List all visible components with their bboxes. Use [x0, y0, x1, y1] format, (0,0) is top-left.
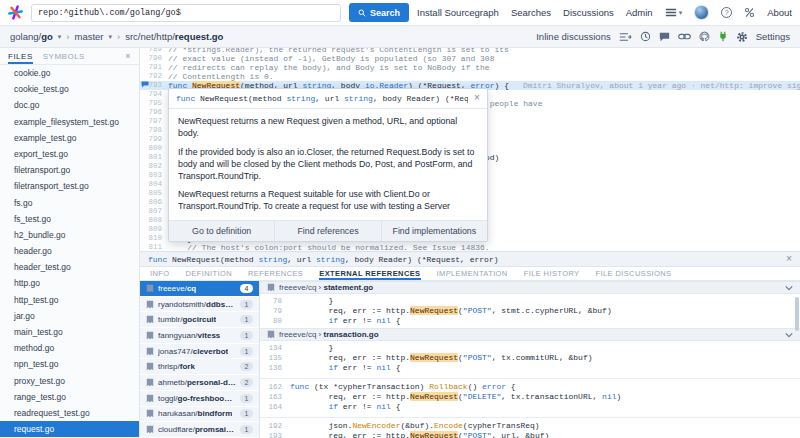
history-icon[interactable] — [640, 31, 651, 42]
repo-list-item[interactable]: thrisp/fork2 — [140, 359, 259, 375]
file-item[interactable]: h2_bundle.go — [0, 227, 139, 243]
plug-icon[interactable] — [718, 31, 728, 42]
help-icon[interactable]: ? — [721, 7, 732, 18]
nav-link-discussions[interactable]: Discussions — [563, 7, 614, 18]
file-item[interactable]: fs.go — [0, 195, 139, 211]
search-button[interactable]: Search — [349, 3, 409, 22]
panel-close-icon[interactable]: × — [786, 254, 792, 265]
file-item[interactable]: proxy_test.go — [0, 373, 139, 389]
scrollbar-thumb[interactable] — [795, 297, 799, 331]
line-number[interactable]: 794 — [140, 90, 168, 99]
shortcuts-icon[interactable] — [744, 7, 755, 18]
file-item[interactable]: http.go — [0, 275, 139, 291]
line-number[interactable]: 792 — [140, 72, 168, 81]
line-number[interactable]: 797 — [140, 117, 168, 126]
github-icon[interactable] — [699, 31, 710, 42]
reference-line[interactable]: 135 req, err := http.NewRequest("POST", … — [260, 353, 800, 363]
line-number[interactable]: 804 — [140, 180, 168, 189]
comment-bubble-icon[interactable] — [141, 81, 149, 88]
code-line[interactable]: 811 // The host's colon:port should be n… — [140, 243, 800, 251]
settings-label[interactable]: Settings — [756, 31, 790, 42]
file-item[interactable]: range_test.go — [0, 389, 139, 405]
tab-file-discussions[interactable]: FILE DISCUSSIONS — [595, 267, 671, 280]
reference-line[interactable]: 78 } — [260, 296, 800, 306]
reference-line[interactable]: 163 req, err := http.NewRequest("DELETE"… — [260, 392, 800, 402]
line-number[interactable]: 78 — [260, 296, 290, 306]
reference-line[interactable]: 162func (tx *cypherTransaction) Rollback… — [260, 382, 800, 392]
comment-icon[interactable] — [659, 32, 670, 42]
repo-list-item[interactable]: tumblr/gocircuit1 — [140, 312, 259, 328]
line-number[interactable]: 135 — [260, 353, 290, 363]
tab-references[interactable]: REFERENCES — [248, 267, 303, 280]
gear-icon[interactable] — [736, 31, 748, 43]
breadcrumb-rev[interactable]: master — [74, 31, 103, 42]
find-implementations-button[interactable]: Find implementations — [381, 221, 487, 241]
repo-list-item[interactable]: freeeve/cq4 — [140, 281, 259, 297]
reference-line[interactable]: 79 req, err := http.NewRequest("POST", s… — [260, 306, 800, 316]
reference-line[interactable]: 193 req, err := http.NewRequest("POST", … — [260, 431, 800, 438]
line-number[interactable]: 164 — [260, 402, 290, 412]
line-number[interactable]: 162 — [260, 382, 290, 392]
line-number[interactable]: 134 — [260, 343, 290, 353]
line-number[interactable]: 193 — [260, 431, 290, 438]
line-number[interactable]: 810 — [140, 234, 168, 243]
avatar[interactable] — [694, 5, 709, 20]
line-number[interactable]: 136 — [260, 363, 290, 373]
inline-discussions-toggle-icon[interactable] — [619, 32, 632, 42]
line-number[interactable]: 798 — [140, 126, 168, 135]
line-number[interactable]: 806 — [140, 198, 168, 207]
file-item[interactable]: filetransport_test.go — [0, 178, 139, 194]
line-number[interactable]: 79 — [260, 306, 290, 316]
repo-rev-caret-icon[interactable]: ▾ — [58, 33, 62, 41]
breadcrumb-file-path[interactable]: src/net/http/request.go — [125, 31, 223, 42]
line-number[interactable]: 192 — [260, 421, 290, 431]
tab-definition[interactable]: DEFINITION — [186, 267, 233, 280]
tab-implementation[interactable]: IMPLEMENTATION — [437, 267, 508, 280]
line-number[interactable]: 799 — [140, 135, 168, 144]
main-menu-button[interactable]: ▾ — [665, 8, 683, 17]
tab-file-history[interactable]: FILE HISTORY — [524, 267, 580, 280]
nav-link-admin[interactable]: Admin — [626, 7, 653, 18]
file-item[interactable]: example_filesystem_test.go — [0, 114, 139, 130]
line-number[interactable]: 795 — [140, 99, 168, 108]
repo-list-item[interactable]: toggl/go-freshboo…1 — [140, 391, 259, 407]
code-line[interactable]: 792// ContentLength is 0. — [140, 72, 800, 81]
repo-list-item[interactable]: fanngyuan/vitess1 — [140, 328, 259, 344]
reference-line[interactable]: 192 json.NewEncoder(&buf).Encode(cypherT… — [260, 421, 800, 431]
file-item[interactable]: header.go — [0, 243, 139, 259]
file-item[interactable]: cookie_test.go — [0, 81, 139, 97]
line-number[interactable]: 791 — [140, 63, 168, 72]
repo-list-item[interactable]: ryandotsmith/ddbs…1 — [140, 297, 259, 313]
repo-list-item[interactable]: jonas747/cleverbot1 — [140, 344, 259, 360]
reference-line[interactable]: 134 } — [260, 343, 800, 353]
file-item[interactable]: jar.go — [0, 308, 139, 324]
file-item[interactable]: main_test.go — [0, 324, 139, 340]
reference-line[interactable]: 80 if err != nil { — [260, 316, 800, 326]
line-number[interactable]: 790 — [140, 54, 168, 63]
file-item[interactable]: request.go — [0, 421, 139, 437]
file-item[interactable]: doc.go — [0, 97, 139, 113]
line-number[interactable]: 811 — [140, 243, 168, 251]
chevron-down-icon[interactable] — [785, 332, 793, 338]
line-number[interactable]: 163 — [260, 392, 290, 402]
line-number[interactable]: 800 — [140, 144, 168, 153]
line-number[interactable]: 803 — [140, 171, 168, 180]
tab-symbols[interactable]: SYMBOLS — [43, 48, 85, 64]
repo-list-item[interactable]: ahmetb/personal-d…2 — [140, 375, 259, 391]
code-line[interactable]: 790// exact value (instead of -1), GetBo… — [140, 54, 800, 63]
line-number[interactable]: 793 — [140, 81, 168, 90]
line-number[interactable]: 80 — [260, 316, 290, 326]
line-number[interactable]: 809 — [140, 225, 168, 234]
link-icon[interactable] — [678, 32, 691, 41]
line-number[interactable]: 805 — [140, 189, 168, 198]
file-item[interactable]: npn_test.go — [0, 356, 139, 372]
breadcrumb-repo[interactable]: golang/go — [10, 31, 53, 42]
file-item[interactable]: header_test.go — [0, 259, 139, 275]
tab-info[interactable]: INFO — [150, 267, 170, 280]
sourcegraph-logo-icon[interactable] — [8, 5, 23, 20]
file-item[interactable]: filetransport.go — [0, 162, 139, 178]
file-item[interactable]: method.go — [0, 340, 139, 356]
file-item[interactable]: cookie.go — [0, 65, 139, 81]
line-number[interactable]: 796 — [140, 108, 168, 117]
repo-list-item[interactable]: harukasan/bindform1 — [140, 407, 259, 423]
